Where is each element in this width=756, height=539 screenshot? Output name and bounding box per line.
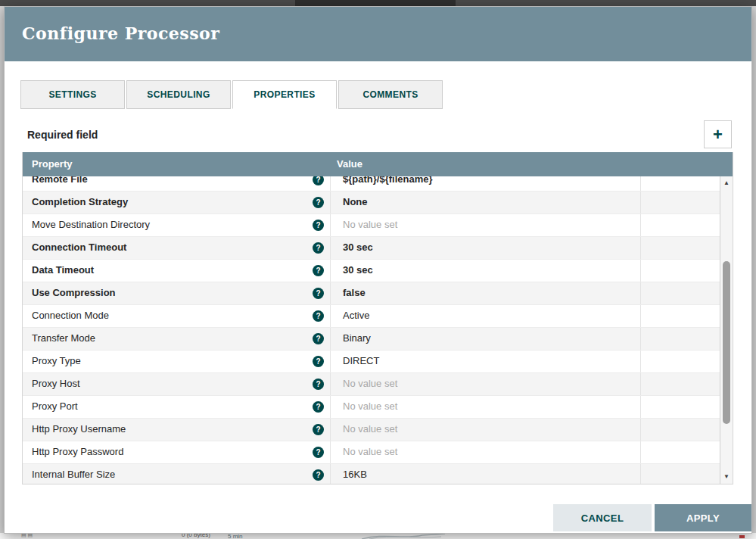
help-icon[interactable]: ? [313, 288, 324, 299]
help-icon[interactable]: ? [313, 469, 324, 481]
property-value: 30 sec [343, 241, 373, 253]
help-icon[interactable]: ? [313, 265, 324, 276]
property-value: DIRECT [343, 355, 379, 366]
property-value-cell[interactable]: 16KB [331, 464, 641, 484]
row-actions-cell [641, 351, 720, 372]
property-cell: Remote File ? [23, 176, 331, 191]
property-name: Proxy Host [32, 378, 80, 389]
property-value: None [343, 196, 368, 207]
property-name: Remote File [32, 176, 88, 185]
property-cell: Use Compression ? [23, 282, 331, 304]
required-field-label: Required field [27, 129, 98, 141]
help-icon[interactable]: ? [313, 379, 324, 390]
canvas-connection-curves [362, 533, 445, 539]
property-value: 16KB [343, 469, 367, 480]
tab-comments[interactable]: COMMENTS [338, 80, 443, 109]
property-cell: Move Destination Directory ? [23, 214, 331, 236]
tab-settings[interactable]: SETTINGS [20, 80, 125, 109]
help-icon[interactable]: ? [313, 333, 324, 344]
table-row: Completion Strategy ? None [23, 192, 720, 214]
canvas-component-icons: ▤▤ [21, 533, 34, 538]
tab-properties[interactable]: PROPERTIES [232, 80, 337, 109]
help-icon[interactable]: ? [313, 220, 324, 231]
table-row: Transfer Mode ? Binary [23, 328, 720, 351]
apply-button[interactable]: APPLY [655, 504, 751, 531]
property-cell: Connection Timeout ? [23, 237, 331, 259]
row-actions-cell [641, 464, 720, 484]
property-cell: Internal Buffer Size ? [23, 464, 331, 484]
table-toolbar: Required field + [27, 120, 732, 149]
property-value-cell[interactable]: Active [331, 305, 641, 327]
row-actions-cell [641, 441, 720, 463]
help-icon[interactable]: ? [313, 242, 324, 254]
property-name: Internal Buffer Size [32, 469, 115, 480]
table-row: Connection Timeout ? 30 sec [23, 237, 720, 260]
property-value: Active [343, 310, 369, 321]
property-value-cell[interactable]: false [331, 282, 641, 304]
property-value-cell[interactable]: No value set [331, 373, 641, 395]
property-name: Use Compression [32, 287, 116, 298]
property-value-cell[interactable]: No value set [331, 214, 641, 236]
property-value-cell[interactable]: No value set [331, 441, 641, 463]
help-icon[interactable]: ? [313, 356, 324, 367]
row-actions-cell [641, 282, 720, 304]
property-cell: Http Proxy Username ? [23, 419, 331, 441]
table-row: Proxy Port ? No value set [23, 396, 720, 419]
property-value-cell[interactable]: 30 sec [331, 260, 641, 282]
property-cell: Proxy Port ? [23, 396, 331, 418]
dialog-title: Configure Processor [5, 7, 751, 43]
property-value-cell[interactable]: 30 sec [331, 237, 641, 259]
row-actions-cell [641, 396, 720, 418]
scroll-down-icon[interactable]: ▼ [720, 471, 733, 483]
table-body-rows: Remote File ? ${path}/${filename} Comple… [23, 176, 720, 484]
table-header-row: Property Value [23, 152, 733, 176]
help-icon[interactable]: ? [313, 176, 324, 185]
property-name: Transfer Mode [32, 332, 95, 344]
table-row: Http Proxy Username ? No value set [23, 419, 720, 441]
row-actions-cell [641, 328, 720, 350]
property-cell: Transfer Mode ? [23, 328, 331, 350]
property-cell: Proxy Host ? [23, 373, 331, 395]
property-value-cell[interactable]: None [331, 192, 641, 213]
row-actions-cell [641, 305, 720, 327]
help-icon[interactable]: ? [313, 197, 324, 208]
add-property-button[interactable]: + [704, 120, 732, 148]
property-value-cell[interactable]: DIRECT [331, 351, 641, 372]
help-icon[interactable]: ? [313, 401, 324, 413]
property-cell: Data Timeout ? [23, 260, 331, 282]
property-value: No value set [343, 446, 397, 457]
property-value-cell[interactable]: ${path}/${filename} [331, 176, 641, 191]
row-actions-cell [641, 214, 720, 236]
property-value-cell[interactable]: No value set [331, 396, 641, 418]
property-value: No value set [343, 378, 397, 389]
help-icon[interactable]: ? [313, 424, 324, 435]
property-cell: Proxy Type ? [23, 351, 331, 372]
help-icon[interactable]: ? [313, 310, 324, 322]
tab-bar: SETTINGS SCHEDULING PROPERTIES COMMENTS [20, 80, 444, 109]
property-name: Http Proxy Password [32, 446, 123, 457]
plus-icon: + [705, 122, 731, 147]
property-value: No value set [343, 219, 397, 230]
scrollbar-thumb[interactable] [723, 261, 730, 424]
background-top-bar-segment [295, 0, 456, 6]
property-name: Data Timeout [32, 264, 94, 276]
table-row: Use Compression ? false [23, 282, 720, 305]
table-body-viewport: Remote File ? ${path}/${filename} Comple… [23, 176, 733, 484]
property-cell: Completion Strategy ? [23, 192, 331, 213]
help-icon[interactable]: ? [313, 447, 324, 458]
property-value: No value set [343, 400, 397, 412]
table-scrollbar[interactable]: ▲ ▼ [720, 176, 733, 484]
property-value: ${path}/${filename} [343, 176, 433, 185]
property-name: Connection Timeout [32, 241, 126, 253]
cancel-button[interactable]: CANCEL [553, 504, 652, 531]
scroll-up-icon[interactable]: ▲ [720, 177, 733, 189]
tab-scheduling[interactable]: SCHEDULING [126, 80, 231, 109]
property-name: Proxy Port [32, 400, 78, 412]
property-value-cell[interactable]: No value set [331, 419, 641, 441]
property-value: Binary [343, 332, 371, 344]
row-actions-cell [641, 260, 720, 282]
property-name: Http Proxy Username [32, 423, 126, 435]
property-cell: Connection Mode ? [23, 305, 331, 327]
property-cell: Http Proxy Password ? [23, 441, 331, 463]
property-value-cell[interactable]: Binary [331, 328, 641, 350]
